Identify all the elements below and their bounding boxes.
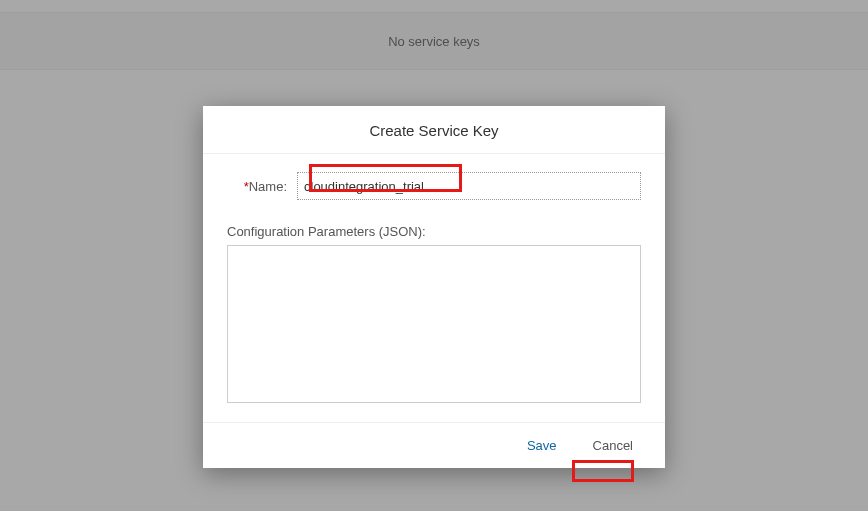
name-input[interactable] (300, 177, 470, 196)
name-label: *Name: (227, 179, 287, 194)
name-row: *Name: (227, 172, 641, 200)
name-input-container[interactable] (297, 172, 641, 200)
dialog-body: *Name: Configuration Parameters (JSON): (203, 154, 665, 422)
save-button[interactable]: Save (515, 433, 569, 458)
config-params-textarea[interactable] (227, 245, 641, 403)
config-params-label: Configuration Parameters (JSON): (227, 224, 641, 239)
name-label-text: Name: (249, 179, 287, 194)
dialog-footer: Save Cancel (203, 422, 665, 468)
create-service-key-dialog: Create Service Key *Name: Configuration … (203, 106, 665, 468)
cancel-button[interactable]: Cancel (581, 433, 645, 458)
dialog-title: Create Service Key (203, 106, 665, 154)
